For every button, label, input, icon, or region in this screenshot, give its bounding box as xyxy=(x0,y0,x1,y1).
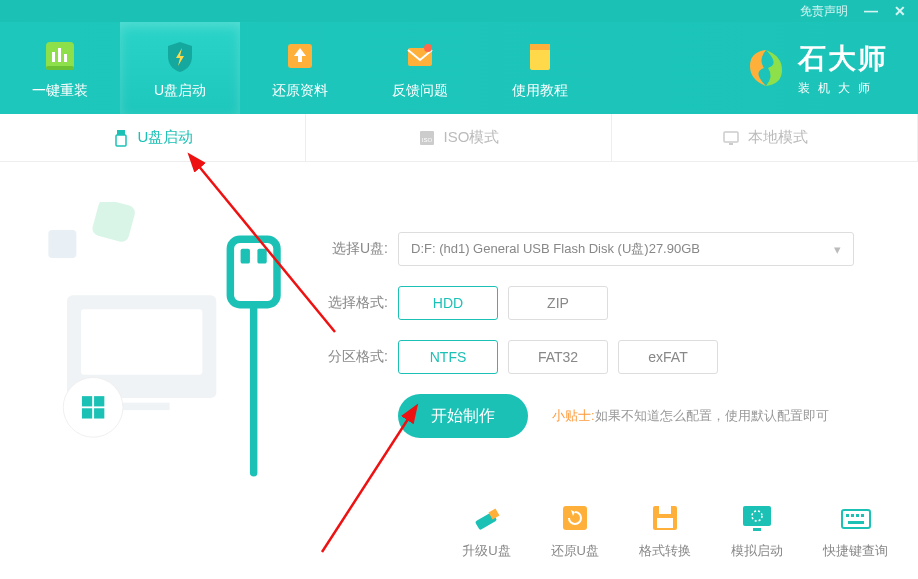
tab-iso[interactable]: ISO ISO模式 xyxy=(306,114,612,161)
svg-point-21 xyxy=(63,377,123,437)
usb-stick-icon xyxy=(468,500,504,536)
floppy-icon xyxy=(647,500,683,536)
svg-rect-40 xyxy=(846,514,849,517)
tab-label: U盘启动 xyxy=(138,128,194,147)
tool-label: 格式转换 xyxy=(639,542,691,560)
svg-rect-9 xyxy=(530,44,550,50)
nav-label: 还原资料 xyxy=(272,82,328,100)
tip-text: 小贴士:如果不知道怎么配置，使用默认配置即可 xyxy=(552,407,829,425)
tool-restore-usb[interactable]: 还原U盘 xyxy=(551,500,599,560)
shield-lightning-icon xyxy=(160,36,200,76)
svg-rect-35 xyxy=(657,518,673,528)
format-option-zip[interactable]: ZIP xyxy=(508,286,608,320)
tip-label: 小贴士: xyxy=(552,408,595,423)
book-icon xyxy=(520,36,560,76)
tab-label: 本地模式 xyxy=(748,128,808,147)
svg-rect-3 xyxy=(64,54,67,62)
svg-rect-2 xyxy=(58,48,61,62)
monitor-icon xyxy=(722,129,740,147)
svg-rect-39 xyxy=(842,510,870,528)
nav-usb-boot[interactable]: U盘启动 xyxy=(120,22,240,114)
partition-option-ntfs[interactable]: NTFS xyxy=(398,340,498,374)
brand-title: 石大师 xyxy=(798,40,888,78)
tool-label: 模拟启动 xyxy=(731,542,783,560)
partition-label: 分区格式: xyxy=(318,348,388,366)
chevron-down-icon: ▾ xyxy=(834,242,841,257)
bottom-toolbar: 升级U盘 还原U盘 格式转换 模拟启动 快捷键查询 xyxy=(462,500,888,560)
nav-label: 一键重装 xyxy=(32,82,88,100)
tool-label: 快捷键查询 xyxy=(823,542,888,560)
svg-rect-24 xyxy=(82,408,92,418)
svg-rect-28 xyxy=(257,249,266,264)
svg-rect-43 xyxy=(861,514,864,517)
iso-icon: ISO xyxy=(418,129,436,147)
format-option-hdd[interactable]: HDD xyxy=(398,286,498,320)
usb-illustration xyxy=(40,202,290,482)
brand-subtitle: 装机大师 xyxy=(798,80,888,97)
svg-rect-26 xyxy=(230,239,277,304)
tab-usb-boot[interactable]: U盘启动 xyxy=(0,114,306,161)
nav-tutorial[interactable]: 使用教程 xyxy=(480,22,600,114)
partition-option-fat32[interactable]: FAT32 xyxy=(508,340,608,374)
tab-label: ISO模式 xyxy=(444,128,500,147)
nav-label: 使用教程 xyxy=(512,82,568,100)
disclaimer-link[interactable]: 免责声明 xyxy=(800,3,848,20)
config-form: 选择U盘: D:F: (hd1) General USB Flash Disk … xyxy=(318,232,878,438)
svg-rect-15 xyxy=(729,143,733,145)
tool-label: 升级U盘 xyxy=(462,542,510,560)
svg-rect-44 xyxy=(848,521,864,524)
svg-point-7 xyxy=(424,44,432,52)
svg-rect-23 xyxy=(94,396,104,406)
tab-local[interactable]: 本地模式 xyxy=(612,114,918,161)
svg-rect-36 xyxy=(743,506,771,526)
usb-select[interactable]: D:F: (hd1) General USB Flash Disk (U盘)27… xyxy=(398,232,854,266)
nav-label: U盘启动 xyxy=(154,82,206,100)
start-create-button[interactable]: 开始制作 xyxy=(398,394,528,438)
format-label: 选择格式: xyxy=(318,294,388,312)
nav-restore[interactable]: 还原资料 xyxy=(240,22,360,114)
tool-label: 还原U盘 xyxy=(551,542,599,560)
svg-rect-20 xyxy=(48,230,76,258)
svg-rect-34 xyxy=(659,506,671,514)
main-panel: 选择U盘: D:F: (hd1) General USB Flash Disk … xyxy=(0,162,918,578)
usb-select-value: D:F: (hd1) General USB Flash Disk (U盘)27… xyxy=(411,240,700,258)
svg-rect-18 xyxy=(81,309,202,374)
partition-option-exfat[interactable]: exFAT xyxy=(618,340,718,374)
svg-rect-32 xyxy=(563,506,587,530)
svg-rect-4 xyxy=(46,66,74,70)
svg-rect-38 xyxy=(753,528,761,531)
svg-rect-16 xyxy=(91,202,137,244)
tool-hotkey-query[interactable]: 快捷键查询 xyxy=(823,500,888,560)
svg-rect-42 xyxy=(856,514,859,517)
minimize-button[interactable]: — xyxy=(864,3,878,19)
nav-reinstall[interactable]: 一键重装 xyxy=(0,22,120,114)
main-header: 一键重装 U盘启动 还原资料 反馈问题 使用教程 石大师 装机大师 xyxy=(0,22,918,114)
window-titlebar: 免责声明 — ✕ xyxy=(0,0,918,22)
close-button[interactable]: ✕ xyxy=(894,3,906,19)
bar-chart-icon xyxy=(40,36,80,76)
svg-rect-41 xyxy=(851,514,854,517)
tool-upgrade-usb[interactable]: 升级U盘 xyxy=(462,500,510,560)
svg-rect-22 xyxy=(82,396,92,406)
monitor-icon xyxy=(739,500,775,536)
tool-format-convert[interactable]: 格式转换 xyxy=(639,500,691,560)
tool-simulate-boot[interactable]: 模拟启动 xyxy=(731,500,783,560)
usb-select-label: 选择U盘: xyxy=(318,240,388,258)
keyboard-icon xyxy=(838,500,874,536)
restore-icon xyxy=(557,500,593,536)
svg-rect-14 xyxy=(724,132,738,142)
svg-rect-1 xyxy=(52,52,55,62)
nav-feedback[interactable]: 反馈问题 xyxy=(360,22,480,114)
brand-logo: 石大师 装机大师 xyxy=(744,22,918,114)
upload-box-icon xyxy=(280,36,320,76)
nav-label: 反馈问题 xyxy=(392,82,448,100)
svg-rect-25 xyxy=(94,408,104,418)
logo-icon xyxy=(744,46,788,90)
svg-text:ISO: ISO xyxy=(421,137,432,143)
envelope-icon xyxy=(400,36,440,76)
svg-rect-11 xyxy=(116,135,126,146)
svg-rect-27 xyxy=(241,249,250,264)
mode-tabs: U盘启动 ISO ISO模式 本地模式 xyxy=(0,114,918,162)
usb-icon xyxy=(112,129,130,147)
